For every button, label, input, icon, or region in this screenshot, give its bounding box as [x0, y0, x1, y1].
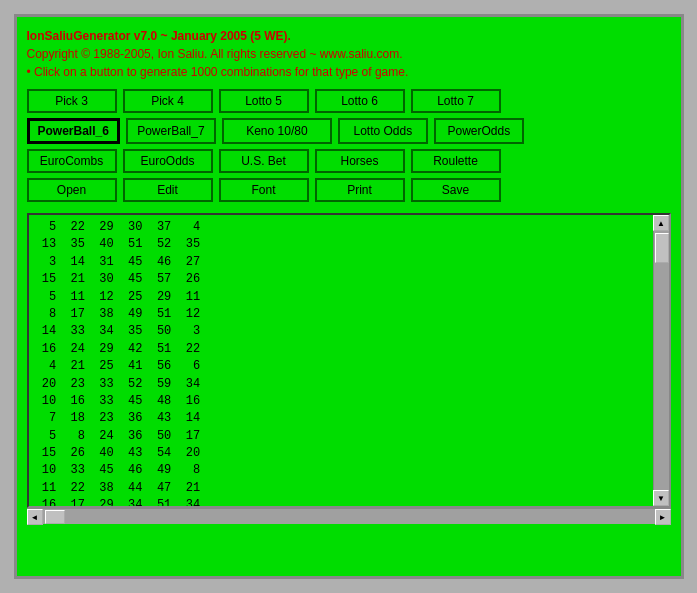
output-text: 5 22 29 30 37 4 13 35 40 51 52 35 3 14 3…	[29, 215, 653, 506]
button-row-1: Pick 3 Pick 4 Lotto 5 Lotto 6 Lotto 7	[27, 89, 671, 113]
copyright-line: Copyright © 1988-2005, Ion Saliu. All ri…	[27, 45, 671, 63]
lotto-odds-button[interactable]: Lotto Odds	[338, 118, 428, 144]
scroll-up-button[interactable]: ▲	[653, 215, 669, 231]
header-section: IonSaliuGenerator v7.0 ~ January 2005 (5…	[27, 27, 671, 81]
horizontal-scrollbar[interactable]: ◄ ►	[27, 508, 671, 524]
pick4-button[interactable]: Pick 4	[123, 89, 213, 113]
hscroll-thumb[interactable]	[45, 510, 65, 524]
scroll-down-button[interactable]: ▼	[653, 490, 669, 506]
horses-button[interactable]: Horses	[315, 149, 405, 173]
open-button[interactable]: Open	[27, 178, 117, 202]
scroll-thumb[interactable]	[655, 233, 669, 263]
button-row-4: Open Edit Font Print Save	[27, 178, 671, 202]
roulette-button[interactable]: Roulette	[411, 149, 501, 173]
edit-button[interactable]: Edit	[123, 178, 213, 202]
main-window: IonSaliuGenerator v7.0 ~ January 2005 (5…	[14, 14, 684, 579]
scroll-left-button[interactable]: ◄	[27, 509, 43, 525]
print-button[interactable]: Print	[315, 178, 405, 202]
powerodds-button[interactable]: PowerOdds	[434, 118, 524, 144]
instruction-line: • Click on a button to generate 1000 com…	[27, 63, 671, 81]
lotto7-button[interactable]: Lotto 7	[411, 89, 501, 113]
hscroll-track[interactable]	[43, 509, 655, 524]
usbet-button[interactable]: U.S. Bet	[219, 149, 309, 173]
output-area: 5 22 29 30 37 4 13 35 40 51 52 35 3 14 3…	[27, 207, 671, 524]
euroodds-button[interactable]: EuroOdds	[123, 149, 213, 173]
powerball7-button[interactable]: PowerBall_7	[126, 118, 216, 144]
font-button[interactable]: Font	[219, 178, 309, 202]
save-button[interactable]: Save	[411, 178, 501, 202]
button-row-2: PowerBall_6 PowerBall_7 Keno 10/80 Lotto…	[27, 118, 671, 144]
vertical-scrollbar[interactable]: ▲ ▼	[653, 215, 669, 506]
output-box: 5 22 29 30 37 4 13 35 40 51 52 35 3 14 3…	[27, 213, 671, 508]
eurocombs-button[interactable]: EuroCombs	[27, 149, 117, 173]
lotto5-button[interactable]: Lotto 5	[219, 89, 309, 113]
lotto6-button[interactable]: Lotto 6	[315, 89, 405, 113]
scroll-right-button[interactable]: ►	[655, 509, 671, 525]
powerball6-button[interactable]: PowerBall_6	[27, 118, 120, 144]
app-title: IonSaliuGenerator v7.0 ~ January 2005 (5…	[27, 27, 671, 45]
keno-button[interactable]: Keno 10/80	[222, 118, 332, 144]
scroll-track[interactable]	[654, 231, 669, 490]
button-row-3: EuroCombs EuroOdds U.S. Bet Horses Roule…	[27, 149, 671, 173]
pick3-button[interactable]: Pick 3	[27, 89, 117, 113]
